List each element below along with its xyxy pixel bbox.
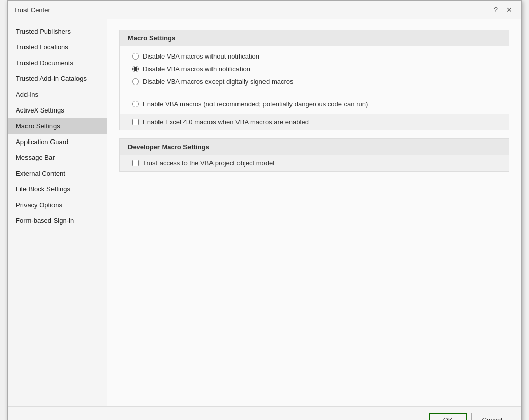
sidebar-item-form-based-signin[interactable]: Form-based Sign-in xyxy=(8,213,107,229)
sidebar-item-message-bar[interactable]: Message Bar xyxy=(8,150,107,165)
title-bar-buttons: ? ✕ xyxy=(491,5,515,15)
sidebar-item-file-block-settings[interactable]: File Block Settings xyxy=(8,181,107,197)
radio-label-disable-notify: Disable VBA macros with notification xyxy=(143,65,250,73)
sidebar-item-trusted-publishers[interactable]: Trusted Publishers xyxy=(8,23,107,39)
radio-label-enable-all: Enable VBA macros (not recommended; pote… xyxy=(143,100,368,108)
radio-option-disable-notify[interactable]: Disable VBA macros with notification xyxy=(132,65,496,73)
trust-vba-label: Trust access to the VBA project object m… xyxy=(143,159,274,167)
radio-disable-except-signed[interactable] xyxy=(132,78,139,85)
sidebar-item-macro-settings[interactable]: Macro Settings xyxy=(8,118,107,134)
dialog-footer: OK Cancel xyxy=(8,406,521,420)
help-button[interactable]: ? xyxy=(491,5,501,15)
main-content: Macro Settings Disable VBA macros withou… xyxy=(107,19,521,406)
trust-center-dialog: Trust Center ? ✕ Trusted PublishersTrust… xyxy=(7,0,522,420)
radio-label-disable-no-notify: Disable VBA macros without notification xyxy=(143,52,259,60)
dialog-title: Trust Center xyxy=(14,6,50,14)
ok-button[interactable]: OK xyxy=(429,413,467,420)
sidebar-item-trusted-addin-catalogs[interactable]: Trusted Add-in Catalogs xyxy=(8,71,107,87)
excel40-macros-option[interactable]: Enable Excel 4.0 macros when VBA macros … xyxy=(120,114,509,130)
sidebar-item-application-guard[interactable]: Application Guard xyxy=(8,134,107,150)
excel40-macros-label: Enable Excel 4.0 macros when VBA macros … xyxy=(143,118,309,126)
developer-macro-header: Developer Macro Settings xyxy=(120,139,509,155)
sidebar-item-add-ins[interactable]: Add-ins xyxy=(8,87,107,102)
trust-vba-option[interactable]: Trust access to the VBA project object m… xyxy=(120,155,509,171)
radio-disable-notify[interactable] xyxy=(132,66,139,72)
dialog-body: Trusted PublishersTrusted LocationsTrust… xyxy=(8,19,521,406)
sidebar: Trusted PublishersTrusted LocationsTrust… xyxy=(8,19,107,406)
sidebar-item-privacy-options[interactable]: Privacy Options xyxy=(8,197,107,213)
macro-settings-section: Macro Settings Disable VBA macros withou… xyxy=(119,30,509,130)
excel40-macros-checkbox[interactable] xyxy=(132,119,139,125)
radio-option-enable-all[interactable]: Enable VBA macros (not recommended; pote… xyxy=(132,100,496,108)
sidebar-item-activex-settings[interactable]: ActiveX Settings xyxy=(8,102,107,118)
sidebar-item-trusted-documents[interactable]: Trusted Documents xyxy=(8,55,107,71)
radio-enable-all[interactable] xyxy=(132,101,139,107)
close-button[interactable]: ✕ xyxy=(503,5,515,15)
radio-option-disable-except-signed[interactable]: Disable VBA macros except digitally sign… xyxy=(132,78,496,86)
macro-settings-content: Disable VBA macros without notificationD… xyxy=(120,46,509,114)
radio-disable-no-notify[interactable] xyxy=(132,53,139,60)
trust-vba-checkbox[interactable] xyxy=(132,160,139,166)
macro-settings-header: Macro Settings xyxy=(120,30,509,46)
radio-option-disable-no-notify[interactable]: Disable VBA macros without notification xyxy=(132,52,496,60)
title-bar: Trust Center ? ✕ xyxy=(8,1,521,19)
sidebar-item-trusted-locations[interactable]: Trusted Locations xyxy=(8,39,107,55)
cancel-button[interactable]: Cancel xyxy=(471,413,513,420)
developer-macro-section: Developer Macro Settings Trust access to… xyxy=(119,138,509,172)
sidebar-item-external-content[interactable]: External Content xyxy=(8,165,107,181)
radio-label-disable-except-signed: Disable VBA macros except digitally sign… xyxy=(143,78,294,86)
